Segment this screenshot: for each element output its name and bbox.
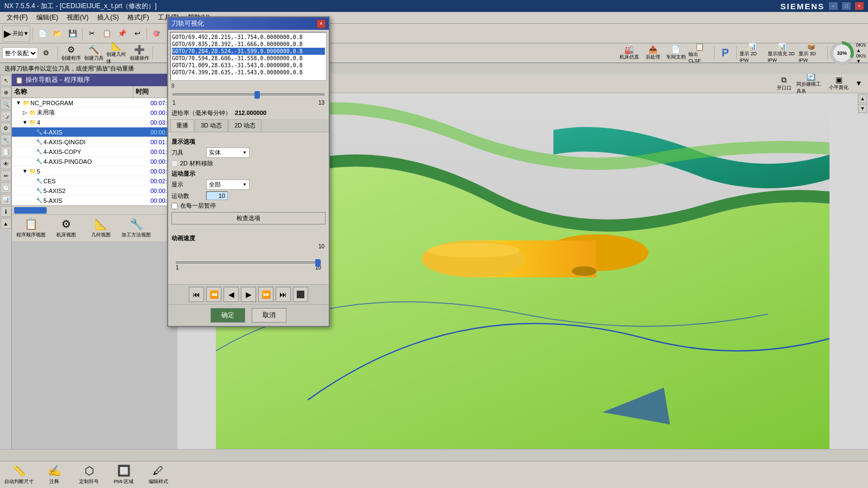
open-btn[interactable]: 📂 xyxy=(50,27,65,41)
p-icon[interactable]: P xyxy=(717,46,734,60)
fill-2d-ipw[interactable]: 📊 显示填充 2D IPW xyxy=(767,44,797,62)
icon-snap[interactable]: ⊕ xyxy=(1,87,11,98)
icon-select[interactable]: ↖ xyxy=(1,75,11,86)
restore-btn[interactable]: □ xyxy=(842,2,851,10)
player-first[interactable]: ⏮ xyxy=(189,287,204,302)
icon-info[interactable]: ℹ xyxy=(1,206,11,217)
cut-btn[interactable]: ✂ xyxy=(85,27,99,41)
tree-row-ces[interactable]: 🔧 CES 00:02:03 xyxy=(12,176,177,186)
toggle-4[interactable]: ▼ xyxy=(22,119,28,125)
nav-hscroll[interactable] xyxy=(12,206,177,214)
icon-clock[interactable]: 🕐 xyxy=(1,182,11,193)
icon-layer[interactable]: 📑 xyxy=(1,146,11,157)
ok-btn[interactable]: 确定 xyxy=(210,308,245,323)
show-2d-ipw[interactable]: 📊 显示 2D IPW xyxy=(739,44,766,62)
ba-edit-style[interactable]: 🖊 编辑样式 xyxy=(142,464,175,486)
tab-3d[interactable]: 3D 动态 xyxy=(195,119,228,132)
planar[interactable]: ▣ 小平面化 xyxy=(827,74,851,93)
icon-draw[interactable]: ✏ xyxy=(1,170,11,181)
player-prev-fast[interactable]: ⏪ xyxy=(206,287,221,302)
menu-view[interactable]: 视图(V) xyxy=(62,12,93,23)
create-geometry[interactable]: 📐 创建几何体 xyxy=(106,44,127,62)
tab-2d[interactable]: 2D 动态 xyxy=(228,119,261,132)
shop-docs[interactable]: 📄 车间文档 xyxy=(665,44,687,62)
create-program[interactable]: ⚙ 创建程序 xyxy=(60,44,82,62)
view3d-btn[interactable]: 🎯 xyxy=(149,27,163,41)
icon-arrow[interactable]: ▲ xyxy=(1,218,11,229)
goto-code-area[interactable]: GOTO/69.492,28.215,-31.754,0.0000000,0.8… xyxy=(170,32,327,81)
icon-filter[interactable]: 🔍 xyxy=(1,99,11,110)
player-last[interactable]: ⏭ xyxy=(276,287,291,302)
show-dropdown[interactable]: 全部 ▼ xyxy=(206,179,250,190)
toggle-unused[interactable]: ▷ xyxy=(22,110,28,115)
pause-layer-check[interactable] xyxy=(171,203,178,209)
icon-3d[interactable]: 🎲 xyxy=(1,111,11,121)
dialog-close-btn[interactable]: × xyxy=(317,20,326,28)
nav-btn-program[interactable]: 📋 程序顺序视图 xyxy=(14,216,48,240)
toggle-nc[interactable]: ▼ xyxy=(15,100,22,106)
output-clsf[interactable]: 📋 输出 CLSF xyxy=(688,44,712,62)
motion-count-input[interactable]: 10 xyxy=(206,191,228,200)
tree-row-4axis-pingdao[interactable]: 🔧 4-AXIS-PINGDAO 00:00:33 xyxy=(12,157,177,166)
menu-edit[interactable]: 编辑(E) xyxy=(32,12,62,23)
material-removal-check[interactable] xyxy=(171,160,178,167)
speed-thumb[interactable] xyxy=(315,259,321,267)
icon-tool[interactable]: 🔧 xyxy=(1,134,11,145)
copy-btn[interactable]: 📋 xyxy=(100,27,114,41)
main-slider[interactable] xyxy=(173,89,324,100)
goto-line-3[interactable]: GOTO/70.204,28.524,-31.599,0.0000000,0.8 xyxy=(172,48,325,55)
assembly-settings[interactable]: ⚙ xyxy=(39,46,53,60)
open-window[interactable]: ⧉ 开口口 xyxy=(773,74,795,93)
icon-view[interactable]: 👁 xyxy=(1,158,11,169)
ba-auto-dim[interactable]: 📏 自动判断尺寸 xyxy=(2,463,36,486)
tree-row-5[interactable]: ▼ 📁 5 00:03:35 xyxy=(12,166,177,176)
player-next-fast[interactable]: ⏩ xyxy=(258,287,273,302)
toggle-5[interactable]: ▼ xyxy=(22,168,28,174)
tool-dropdown[interactable]: 实体 ▼ xyxy=(206,147,250,158)
nav-btn-geometry[interactable]: 📐 几何视图 xyxy=(85,216,117,240)
ba-custom-symbol[interactable]: ⬡ 定制符号 xyxy=(73,463,105,486)
vp-icon-1[interactable]: ▲ xyxy=(858,94,867,103)
slider-thumb[interactable] xyxy=(254,91,260,99)
menu-format[interactable]: 格式(F) xyxy=(123,12,153,23)
tree-row-4axis[interactable]: 🔧 4-AXIS 00:00:33 xyxy=(12,127,177,137)
ba-note[interactable]: ✍ 注释 xyxy=(38,463,71,486)
paste-btn[interactable]: 📌 xyxy=(115,27,129,41)
save-btn[interactable]: 💾 xyxy=(66,27,80,41)
tree-row-4axis-qingdi[interactable]: 🔧 4-AXIS-QINGDI 00:01:01 xyxy=(12,137,177,147)
machine-sim[interactable]: 🏭 机床仿真 xyxy=(617,44,641,62)
tree-row-4axis-copy[interactable]: 🔧 4-AXIS-COPY 00:01:03 xyxy=(12,147,177,157)
menu-insert[interactable]: 插入(S) xyxy=(93,12,123,23)
show-3d-ipw[interactable]: 📦 显示 3D IPW xyxy=(798,44,825,62)
new-btn[interactable]: 📄 xyxy=(35,27,49,41)
close-btn[interactable]: × xyxy=(855,2,864,10)
post-process[interactable]: 📤 后处理 xyxy=(642,44,664,62)
player-prev[interactable]: ◀ xyxy=(224,287,239,302)
nav-btn-machine[interactable]: ⚙ 机床视图 xyxy=(50,216,82,240)
ba-pmi[interactable]: 🔲 PMI 区域 xyxy=(107,463,140,486)
nav-btn-method[interactable]: 🔧 加工方法视图 xyxy=(119,216,153,240)
minimize-btn[interactable]: − xyxy=(829,2,838,10)
vp-icon-2[interactable]: ▼ xyxy=(858,104,867,113)
tree-row-unused[interactable]: ▷ 📁 未用项 00:00:00 xyxy=(12,108,177,118)
start-btn[interactable]: ▶ 开始▼ xyxy=(3,27,29,41)
create-tool[interactable]: 🔨 创建刀具 xyxy=(83,44,105,62)
icon-list[interactable]: 📊 xyxy=(1,194,11,205)
sync-model[interactable]: 🔄 同步建模工具杀 xyxy=(796,74,826,93)
tree-row-4[interactable]: ▼ 📁 4 00:03:34 xyxy=(12,118,177,127)
menu-file[interactable]: 文件(F) xyxy=(2,12,32,23)
create-operation[interactable]: ➕ 创建操作 xyxy=(129,44,150,62)
tree-row-5axis2[interactable]: 🔧 5-AXIS2 00:00:28 xyxy=(12,186,177,196)
check-options-btn[interactable]: 检查选项 xyxy=(171,212,326,224)
player-next[interactable]: ▶ xyxy=(241,287,256,302)
nav-tree[interactable]: ▼ 📁 NC_PROGRAM 00:07:09 ▷ 📁 未用项 00:00:00… xyxy=(12,98,177,206)
assembly-dropdown[interactable]: 整个装配 xyxy=(2,47,38,59)
tree-row-5axis[interactable]: 🔧 5-AXIS 00:00:28 xyxy=(12,196,177,206)
cancel-btn[interactable]: 取消 xyxy=(252,308,286,323)
undo-btn[interactable]: ↩ xyxy=(130,27,144,41)
icon-cam[interactable]: ⚙ xyxy=(1,123,11,133)
tab-replay[interactable]: 重播 xyxy=(170,119,194,132)
vp-dropdown[interactable]: ▼ xyxy=(852,76,866,91)
player-stop[interactable] xyxy=(293,287,308,302)
tree-row-nc-program[interactable]: ▼ 📁 NC_PROGRAM 00:07:09 xyxy=(12,98,177,108)
